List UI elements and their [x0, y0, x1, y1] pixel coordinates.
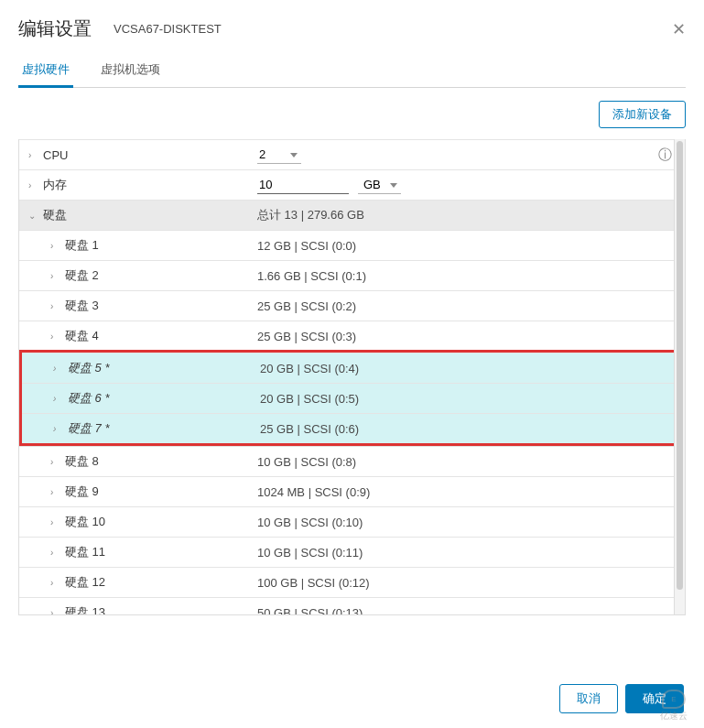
disk-value: 12 GB | SCSI (0:0): [257, 239, 356, 253]
disk-label: 硬盘 6 *: [68, 390, 110, 407]
tab-vm-options[interactable]: 虚拟机选项: [97, 54, 164, 87]
disk-row[interactable]: ›硬盘 21.66 GB | SCSI (0:1): [19, 260, 685, 290]
disk-row[interactable]: ›硬盘 1010 GB | SCSI (0:10): [19, 506, 685, 537]
device-list: › CPU 2 ⓘ › 内存 GB: [18, 139, 686, 615]
disk-row[interactable]: ›硬盘 810 GB | SCSI (0:8): [19, 446, 685, 476]
tabs: 虚拟硬件 虚拟机选项: [18, 54, 686, 88]
watermark: E 亿速云: [649, 690, 699, 723]
chevron-right-icon: ›: [50, 241, 60, 251]
chevron-right-icon: ›: [50, 578, 60, 588]
memory-row[interactable]: › 内存 GB: [19, 169, 685, 200]
chevron-right-icon: ›: [53, 364, 62, 374]
chevron-right-icon: ›: [50, 331, 60, 342]
disk-value: 25 GB | SCSI (0:2): [257, 299, 356, 313]
disk-value: 1024 MB | SCSI (0:9): [257, 485, 370, 499]
disk-label: 硬盘 5 *: [68, 360, 110, 376]
disk-value: 25 GB | SCSI (0:6): [260, 422, 359, 436]
disk-value: 50 GB | SCSI (0:13): [257, 606, 363, 616]
close-icon[interactable]: ✕: [672, 21, 686, 38]
disk-value: 100 GB | SCSI (0:12): [257, 576, 370, 590]
disk-row[interactable]: ›硬盘 112 GB | SCSI (0:0): [19, 230, 685, 260]
tab-virtual-hardware[interactable]: 虚拟硬件: [18, 54, 73, 87]
chevron-right-icon: ›: [50, 487, 60, 497]
chevron-right-icon: ›: [53, 394, 62, 404]
chevron-right-icon: ›: [50, 608, 60, 616]
chevron-right-icon: ›: [50, 271, 60, 281]
disk-value: 20 GB | SCSI (0:5): [260, 392, 359, 406]
chevron-right-icon: ›: [50, 548, 60, 558]
disk-label: 硬盘 7 *: [68, 420, 110, 437]
disk-row[interactable]: ›硬盘 12100 GB | SCSI (0:12): [19, 567, 685, 597]
disk-label: 硬盘 11: [65, 544, 105, 560]
memory-label: 内存: [43, 177, 67, 193]
disk-value: 10 GB | SCSI (0:11): [257, 546, 363, 560]
disk-label: 硬盘 4: [65, 328, 99, 344]
disk-label: 硬盘 10: [65, 514, 105, 530]
disk-row[interactable]: ›硬盘 1350 GB | SCSI (0:13): [19, 597, 685, 615]
disk-row[interactable]: ›硬盘 325 GB | SCSI (0:2): [19, 290, 685, 321]
disk-label: 硬盘 1: [65, 237, 99, 254]
disk-summary-label: 硬盘: [43, 207, 67, 223]
disk-row[interactable]: ›硬盘 1110 GB | SCSI (0:11): [19, 537, 685, 567]
disk-row[interactable]: ›硬盘 7 *25 GB | SCSI (0:6): [22, 413, 682, 443]
disk-value: 10 GB | SCSI (0:8): [257, 455, 356, 469]
cpu-label: CPU: [43, 148, 68, 162]
disk-label: 硬盘 12: [65, 574, 105, 591]
disk-row[interactable]: ›硬盘 6 *20 GB | SCSI (0:5): [22, 383, 682, 413]
disk-label: 硬盘 8: [65, 453, 99, 470]
disk-value: 1.66 GB | SCSI (0:1): [257, 269, 366, 283]
disk-value: 10 GB | SCSI (0:10): [257, 516, 363, 529]
cpu-select[interactable]: 2: [257, 146, 301, 164]
disk-row[interactable]: ›硬盘 91024 MB | SCSI (0:9): [19, 476, 685, 506]
memory-unit-select[interactable]: GB: [358, 176, 401, 194]
chevron-right-icon: ›: [50, 517, 60, 527]
disk-value: 20 GB | SCSI (0:4): [260, 362, 359, 375]
chevron-right-icon: ›: [53, 424, 62, 434]
chevron-down-icon: ⌄: [28, 211, 38, 221]
cpu-row[interactable]: › CPU 2 ⓘ: [19, 139, 685, 169]
disk-row[interactable]: ›硬盘 5 *20 GB | SCSI (0:4): [22, 353, 682, 383]
disk-label: 硬盘 2: [65, 267, 99, 284]
memory-input[interactable]: [257, 176, 349, 194]
scrollbar[interactable]: [674, 139, 685, 614]
disk-summary-value: 总计 13 | 279.66 GB: [257, 207, 364, 223]
chevron-right-icon: ›: [28, 150, 38, 160]
disk-summary-row[interactable]: ⌄ 硬盘 总计 13 | 279.66 GB: [19, 200, 685, 230]
disk-label: 硬盘 3: [65, 298, 99, 314]
modal-title: 编辑设置: [18, 16, 92, 41]
disk-label: 硬盘 13: [65, 604, 105, 615]
modal-subtitle: VCSA67-DISKTEST: [114, 22, 222, 36]
chevron-right-icon: ›: [28, 180, 38, 190]
chevron-right-icon: ›: [50, 457, 60, 467]
scroll-thumb[interactable]: [677, 141, 683, 590]
disk-value: 25 GB | SCSI (0:3): [257, 330, 356, 343]
add-device-button[interactable]: 添加新设备: [599, 101, 686, 128]
chevron-right-icon: ›: [50, 301, 60, 311]
cancel-button[interactable]: 取消: [559, 684, 618, 713]
disk-label: 硬盘 9: [65, 484, 99, 500]
disk-row[interactable]: ›硬盘 425 GB | SCSI (0:3): [19, 321, 685, 351]
